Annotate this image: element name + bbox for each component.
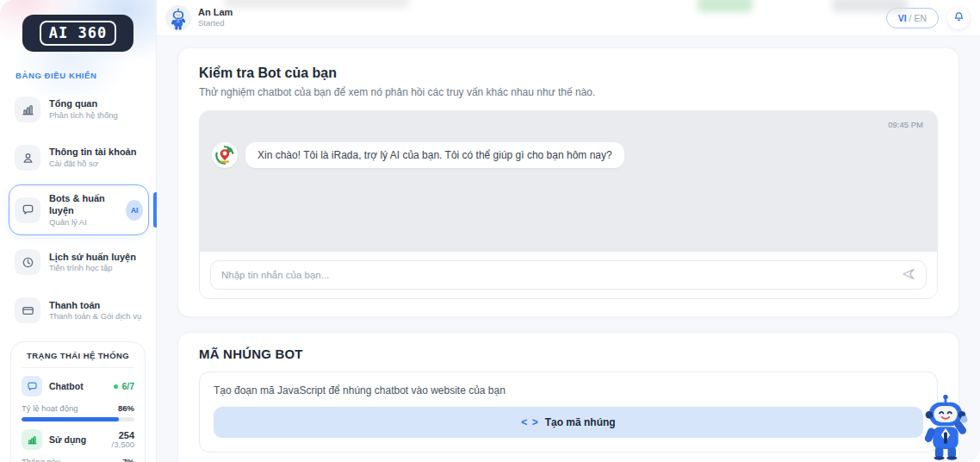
usage-label: Sử dụng [49,434,86,445]
nav-item-label: Tổng quan [49,98,118,110]
embed-code-title: MÃ NHÚNG BOT [199,346,938,361]
bell-icon [953,11,964,25]
chatbot-status-icon [22,376,42,396]
nav-item-sublabel: Phân tích hệ thống [49,110,118,121]
user-name: An Lam [198,7,233,18]
sidebar-item-training-history[interactable]: Lịch sử huấn luyện Tiến trình học tập [9,240,149,284]
app-window: AI 360 BẢNG ĐIỀU KHIỂN Tổng quan Phân tí… [0,0,980,462]
chat-timestamp: 09:45 PM [888,120,923,129]
main-area: An Lam Started VI / EN Kiểm tra Bot của … [157,0,980,462]
credit-card-icon [15,297,40,323]
nav-item-sublabel: Quản lý AI [49,217,117,228]
ai-badge: AI [126,200,143,221]
robot-mascot [921,395,970,460]
sidebar-item-billing[interactable]: Thanh toán Thanh toán & Gói dịch vụ [9,289,149,332]
usage-status-icon [22,429,42,450]
code-icon: < > [521,416,538,428]
nav-item-label: Thông tin tài khoản [49,147,136,159]
language-secondary: / EN [909,13,927,23]
system-status-title: TRẠNG THÁI HỆ THỐNG [22,351,134,368]
nav-item-sublabel: Thanh toán & Gói dịch vụ [49,311,141,322]
sidebar: AI 360 BẢNG ĐIỀU KHIỂN Tổng quan Phân tí… [0,0,157,462]
status-dot [114,384,118,389]
content-area: Kiểm tra Bot của bạn Thử nghiệm chatbot … [157,36,980,462]
chat-message-area: 09:45 PM [200,111,937,252]
generate-embed-label: Tạo mã nhúng [545,416,616,428]
uptime-label: Tỷ lệ hoạt động [22,403,78,413]
system-status-card: TRẠNG THÁI HỆ THỐNG Chatbot 6/7 Tỷ lệ ho… [10,341,146,462]
send-button[interactable] [902,267,915,284]
logo-container: AI 360 [0,0,156,60]
sidebar-item-bots-training[interactable]: Bots & huấn luyện Quản lý AI AI [9,184,149,235]
user-status: Started [198,18,233,28]
bar-chart-icon [15,97,40,122]
embed-code-box: Tạo đoạn mã JavaScript để nhúng chatbot … [199,371,938,453]
nav-item-label: Thanh toán [49,300,141,312]
language-primary: VI [898,13,907,23]
sidebar-item-overview[interactable]: Tổng quan Phân tích hệ thống [9,88,149,131]
usage-total: /3,500 [112,440,134,450]
month-value: 7% [122,457,134,462]
chat-box: 09:45 PM [199,110,938,299]
top-bar: An Lam Started VI / EN [157,0,980,36]
nav-item-label: Bots & huấn luyện [49,193,117,217]
bot-message-row: Xin chào! Tôi là iRada, trợ lý AI của bạ… [212,142,925,168]
chat-message-input[interactable] [221,270,902,280]
bot-avatar [212,142,238,168]
chat-bubble-icon [15,197,40,223]
generate-embed-button[interactable]: < > Tạo mã nhúng [214,407,923,438]
uptime-progress-fill [22,417,119,421]
uptime-value: 86% [118,403,134,413]
month-label: Tháng này [22,457,60,462]
test-bot-title: Kiểm tra Bot của bạn [199,66,938,81]
user-icon [15,145,40,171]
bot-message-bubble: Xin chào! Tôi là iRada, trợ lý AI của bạ… [245,142,624,168]
sidebar-section-label: BẢNG ĐIỀU KHIỂN [0,60,156,84]
embed-code-description: Tạo đoạn mã JavaScript để nhúng chatbot … [214,384,923,396]
app-logo-text: AI 360 [40,21,116,46]
app-logo: AI 360 [22,15,133,52]
nav-item-sublabel: Tiến trình học tập [49,263,136,273]
test-bot-card: Kiểm tra Bot của bạn Thử nghiệm chatbot … [177,47,959,317]
redacted-text-blur [224,0,409,8]
chat-input-row [200,252,937,298]
sidebar-item-account[interactable]: Thông tin tài khoản Cài đặt hồ sơ [9,136,149,179]
redacted-badge-blur [698,0,753,12]
nav-item-label: Lịch sử huấn luyện [49,252,136,264]
chatbot-status-label: Chatbot [49,381,84,391]
uptime-progress-track [22,417,134,421]
test-bot-subtitle: Thử nghiệm chatbot của bạn để xem nó phả… [199,86,938,98]
redacted-label-blur [832,0,908,12]
clock-icon [15,249,40,275]
user-avatar [165,5,191,31]
embed-code-card: MÃ NHÚNG BOT Tạo đoạn mã JavaScript để n… [177,332,959,462]
nav-item-sublabel: Cài đặt hồ sơ [49,159,136,169]
chatbot-status-value: 6/7 [114,381,134,391]
notifications-button[interactable] [947,7,970,29]
sidebar-nav: Tổng quan Phân tích hệ thống Thông tin t… [0,84,156,334]
send-icon [902,267,915,284]
